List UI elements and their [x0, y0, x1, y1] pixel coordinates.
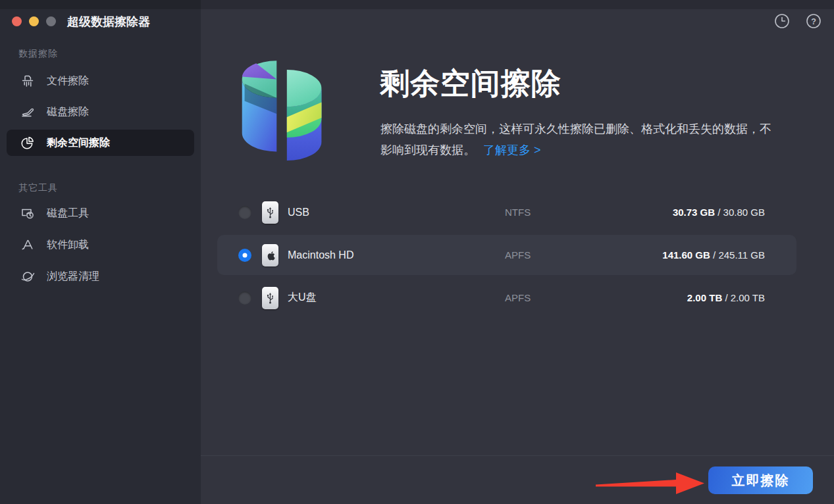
drive-name: USB	[288, 207, 309, 218]
pie-chart-icon	[20, 135, 36, 151]
disk-erase-icon	[20, 104, 36, 120]
pie-cylinder-graphic	[234, 43, 332, 163]
drive-size-total: 245.11 GB	[718, 249, 765, 261]
svg-text:?: ?	[811, 17, 816, 26]
size-separator: /	[713, 249, 716, 261]
sidebar-item-label: 磁盘工具	[47, 207, 89, 220]
question-icon: ?	[806, 13, 821, 29]
drive-filesystem: NTFS	[505, 207, 531, 218]
sidebar-item-free-space-erase[interactable]: 剩余空间擦除	[7, 130, 194, 156]
usb-drive-icon	[262, 287, 278, 309]
sidebar-section-label: 数据擦除	[18, 48, 58, 60]
drive-filesystem: APFS	[505, 292, 531, 303]
shredder-icon	[20, 73, 36, 89]
sidebar-item-disk-tools[interactable]: 磁盘工具	[7, 200, 194, 226]
size-separator: /	[725, 292, 727, 303]
sidebar-item-file-erase[interactable]: 文件擦除	[7, 68, 194, 94]
drive-size-total: 2.00 TB	[731, 292, 765, 303]
drive-name: Macintosh HD	[288, 249, 353, 261]
help-button[interactable]: ?	[806, 13, 821, 29]
sidebar-item-app-uninstall[interactable]: 软件卸载	[7, 232, 194, 258]
sidebar-item-label: 文件擦除	[47, 74, 89, 88]
sidebar-item-disk-erase[interactable]: 磁盘擦除	[7, 99, 194, 125]
sidebar-section-label: 其它工具	[18, 182, 58, 194]
drive-row[interactable]: 大U盘 APFS 2.00 TB / 2.00 TB	[217, 278, 796, 318]
sidebar-item-label: 磁盘擦除	[47, 105, 89, 119]
erase-now-button[interactable]: 立即擦除	[708, 466, 813, 494]
page-title: 剩余空间擦除	[380, 64, 561, 103]
drive-row[interactable]: USB NTFS 30.73 GB / 30.80 GB	[217, 192, 796, 232]
drive-radio[interactable]	[238, 291, 251, 305]
drive-size-used: 2.00 TB	[687, 292, 722, 303]
drive-size: 2.00 TB / 2.00 TB	[687, 292, 765, 303]
drive-size: 141.60 GB / 245.11 GB	[662, 249, 765, 261]
drive-radio[interactable]	[238, 206, 251, 219]
app-uninstall-icon	[20, 237, 36, 253]
description-text: 擦除磁盘的剩余空间，这样可永久性擦除已删除、格式化和丢失的数据，不影响到现有数据…	[380, 122, 771, 157]
sidebar-item-label: 剩余空间擦除	[47, 136, 110, 150]
drive-size-total: 30.80 GB	[723, 207, 765, 218]
learn-more-link[interactable]: 了解更多 >	[483, 143, 541, 157]
drive-radio[interactable]	[238, 249, 251, 262]
zoom-button[interactable]	[46, 16, 56, 26]
disk-tool-icon	[20, 205, 36, 221]
traffic-lights	[12, 16, 56, 26]
size-separator: /	[717, 207, 720, 218]
minimize-button[interactable]	[29, 16, 39, 26]
sidebar: 数据擦除 文件擦除 磁盘擦除 剩余空间擦除 其它工具 磁盘工具	[0, 0, 201, 504]
drive-row[interactable]: Macintosh HD APFS 141.60 GB / 245.11 GB	[217, 235, 796, 275]
app-title: 超级数据擦除器	[67, 14, 150, 30]
window-top-shade	[0, 0, 834, 9]
drive-name: 大U盘	[288, 291, 317, 305]
apple-drive-icon	[262, 244, 278, 266]
drive-size: 30.73 GB / 30.80 GB	[673, 207, 765, 218]
drive-size-used: 30.73 GB	[673, 207, 715, 218]
browser-clean-icon	[20, 268, 36, 284]
usb-drive-icon	[262, 201, 278, 224]
clock-icon	[774, 13, 790, 29]
drive-size-used: 141.60 GB	[662, 249, 710, 261]
history-button[interactable]	[774, 13, 790, 29]
drive-filesystem: APFS	[505, 249, 531, 261]
sidebar-item-browser-clean[interactable]: 浏览器清理	[7, 263, 194, 290]
sidebar-item-label: 软件卸载	[47, 238, 89, 252]
sidebar-item-label: 浏览器清理	[47, 270, 99, 284]
page-description: 擦除磁盘的剩余空间，这样可永久性擦除已删除、格式化和丢失的数据，不影响到现有数据…	[380, 118, 778, 161]
close-button[interactable]	[12, 16, 22, 26]
